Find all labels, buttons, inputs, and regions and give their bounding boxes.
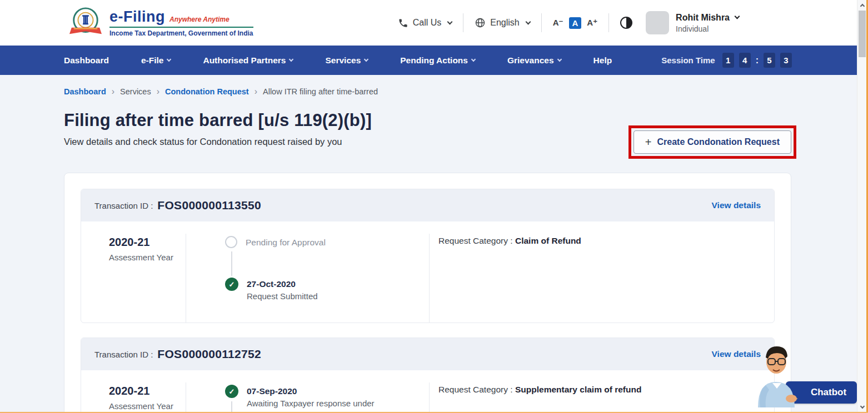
timeline-step-awaiting: ✓ 07-Sep-2020 Awaiting Taxpayer response…	[225, 385, 429, 408]
plus-icon: +	[645, 136, 652, 149]
vertical-scrollbar[interactable]	[857, 0, 866, 412]
request-card-113550: Transaction ID : FOS000000113550 View de…	[81, 189, 775, 323]
brand-divider	[109, 27, 253, 28]
breadcrumb-separator: ›	[157, 87, 159, 97]
font-size-controls: A⁻ A A⁺	[553, 17, 597, 29]
create-condonation-request-button[interactable]: + Create Condonation Request	[633, 130, 791, 154]
check-circle-icon: ✓	[225, 278, 238, 291]
top-header: e-Filing Anywhere Anytime Income Tax Dep…	[0, 0, 868, 46]
breadcrumb-condonation-request[interactable]: Condonation Request	[165, 87, 249, 96]
brand-name: e-Filing	[109, 8, 165, 26]
scroll-up-button[interactable]	[857, 0, 867, 9]
request-card-112752: Transaction ID : FOS000000112752 View de…	[81, 338, 775, 413]
language-label: English	[490, 18, 519, 28]
session-digit: 5	[764, 53, 775, 68]
step-status-text: Request Submitted	[247, 291, 318, 301]
pending-status-icon	[225, 236, 237, 248]
main-navbar: Dashboard e-File Authorised Partners Ser…	[0, 46, 868, 75]
chatbot-label: Chatbot	[811, 387, 846, 398]
chevron-down-icon	[364, 57, 368, 61]
timeline-step-pending: Pending for Approval	[225, 236, 429, 249]
highlight-annotation-box: + Create Condonation Request	[628, 125, 796, 159]
transaction-id-value: FOS000000113550	[157, 199, 261, 212]
assessment-year-value: 2020-21	[109, 236, 186, 249]
step-date: 27-Oct-2020	[247, 278, 318, 290]
chevron-down-icon	[471, 57, 476, 61]
nav-item-dashboard[interactable]: Dashboard	[64, 56, 109, 66]
nav-item-services[interactable]: Services	[325, 56, 368, 66]
scroll-down-button[interactable]	[857, 402, 867, 412]
income-tax-emblem-icon	[69, 6, 102, 39]
chevron-down-icon	[167, 57, 171, 61]
font-normal-button[interactable]: A	[569, 17, 582, 29]
globe-icon	[475, 17, 486, 28]
step-title: Pending for Approval	[246, 236, 326, 249]
request-category-value: Supplementary claim of refund	[515, 385, 641, 394]
status-timeline-column: Pending for Approval ✓ 27-Oct-2020 Reque…	[186, 236, 429, 323]
nav-item-efile[interactable]: e-File	[141, 56, 171, 66]
efiling-logo[interactable]: e-Filing Anywhere Anytime Income Tax Dep…	[69, 6, 253, 39]
breadcrumb-separator: ›	[112, 87, 114, 97]
transaction-id-value: FOS000000112752	[157, 347, 261, 361]
header-divider	[541, 13, 542, 32]
header-actions: Call Us English A⁻ A A⁺	[398, 11, 739, 34]
user-name: Rohit Mishra	[676, 13, 730, 23]
chatbot-assistant-avatar	[750, 341, 804, 407]
header-divider	[608, 13, 609, 32]
call-us-label: Call Us	[413, 18, 442, 28]
font-decrease-button[interactable]: A⁻	[553, 18, 563, 28]
nav-item-authorised-partners[interactable]: Authorised Partners	[203, 56, 293, 66]
assessment-year-column: 2020-21 Assessment Year	[109, 236, 186, 323]
status-timeline: Pending for Approval ✓ 27-Oct-2020 Reque…	[225, 236, 429, 301]
session-digit: 4	[739, 53, 751, 68]
request-category-column: Request Category : Supplementary claim o…	[430, 385, 774, 413]
session-timer: Session Time 1 4 : 5 3	[661, 53, 792, 68]
user-avatar	[646, 11, 669, 34]
status-timeline: ✓ 07-Sep-2020 Awaiting Taxpayer response…	[225, 385, 429, 408]
check-circle-icon: ✓	[225, 385, 238, 398]
request-category-label: Request Category :	[438, 236, 513, 245]
contrast-toggle-icon[interactable]	[620, 17, 632, 29]
chevron-down-icon	[289, 57, 293, 61]
breadcrumb: Dashboard › Services › Condonation Reque…	[64, 87, 868, 97]
nav-item-grievances[interactable]: Grievances	[507, 56, 561, 66]
view-details-link[interactable]: View details	[712, 200, 761, 210]
request-category-value: Claim of Refund	[515, 236, 581, 245]
timeline-connector	[231, 251, 232, 276]
card-body: 2020-21 Assessment Year ✓ 07-Sep-2020 Aw…	[81, 370, 774, 413]
breadcrumb-current-page: Allow ITR filing after time-barred	[263, 87, 378, 96]
transaction-id-label: Transaction ID :	[94, 201, 153, 210]
nav-item-pending-actions[interactable]: Pending Actions	[400, 56, 475, 66]
brand-text: e-Filing Anywhere Anytime Income Tax Dep…	[109, 8, 253, 37]
session-digit: 3	[780, 53, 792, 68]
assessment-year-label: Assessment Year	[109, 253, 186, 262]
assessment-year-value: 2020-21	[109, 385, 186, 397]
transaction-id-label: Transaction ID :	[94, 350, 153, 359]
header-divider	[463, 13, 463, 32]
assessment-year-column: 2020-21 Assessment Year	[109, 385, 186, 413]
card-header: Transaction ID : FOS000000113550 View de…	[81, 189, 774, 221]
brand-department: Income Tax Department, Government of Ind…	[109, 29, 253, 37]
efiling-portal-page: e-Filing Anywhere Anytime Income Tax Dep…	[0, 0, 868, 413]
call-us-menu[interactable]: Call Us	[398, 18, 452, 28]
font-increase-button[interactable]: A⁺	[587, 18, 597, 28]
breadcrumb-dashboard[interactable]: Dashboard	[64, 87, 106, 96]
chevron-down-icon	[525, 19, 531, 24]
session-time-label: Session Time	[661, 56, 715, 65]
chatbot-widget: Chatbot	[750, 341, 857, 407]
user-info: Rohit Mishra Individual	[676, 13, 739, 33]
phone-icon	[398, 18, 408, 28]
status-timeline-column: ✓ 07-Sep-2020 Awaiting Taxpayer response…	[186, 385, 429, 413]
language-menu[interactable]: English	[475, 17, 530, 28]
nav-item-help[interactable]: Help	[593, 56, 612, 66]
user-type: Individual	[676, 24, 739, 33]
scrollbar-thumb[interactable]	[859, 11, 866, 57]
brand-tagline: Anywhere Anytime	[169, 16, 230, 23]
step-date: 07-Sep-2020	[247, 385, 375, 397]
chevron-down-icon	[447, 19, 453, 24]
assessment-year-label: Assessment Year	[109, 401, 186, 411]
chevron-down-icon	[557, 57, 561, 61]
user-menu[interactable]: Rohit Mishra Individual	[646, 11, 739, 34]
chevron-up-icon	[860, 3, 864, 8]
chevron-down-icon	[735, 14, 740, 19]
